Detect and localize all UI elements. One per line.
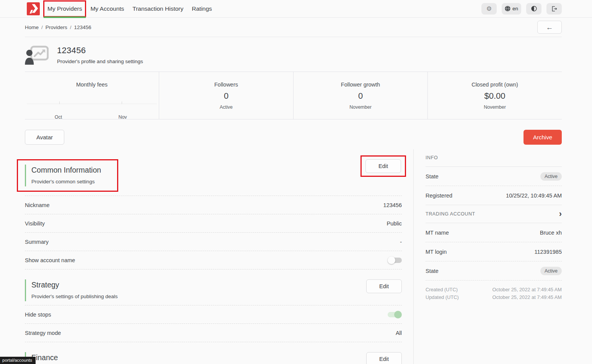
section-title: Common Information: [31, 166, 101, 175]
section-subtitle: Provider's common settings: [31, 179, 101, 184]
stat-title: Closed profit (own): [428, 82, 562, 88]
field-row-visibility: Visibility Public: [25, 214, 402, 233]
stats-row: Monthly fees Oct Nov Followers 0 Active …: [25, 72, 562, 119]
field-row-summary: Summary -: [25, 233, 402, 251]
created-label: Created (UTC): [426, 286, 458, 294]
stat-follower-growth: Follower growth 0 November: [293, 72, 427, 119]
field-label: Strategy mode: [25, 330, 61, 336]
strategy-rows: Hide stops Strategy mode All: [25, 305, 402, 342]
field-label: Hide stops: [25, 312, 51, 318]
stat-value: $0.00: [428, 91, 562, 101]
field-label: Visibility: [25, 220, 45, 227]
timestamps-block: Created (UTC) October 25, 2022 at 7:49:4…: [426, 286, 562, 301]
logout-icon: [551, 6, 557, 12]
common-information-title-block: Common Information Provider's common set…: [25, 165, 101, 186]
info-value: Bruce xh: [540, 230, 562, 236]
stat-monthly-fees: Monthly fees Oct Nov: [25, 72, 159, 119]
info-value: 112391985: [534, 249, 562, 255]
settings-button[interactable]: ⚙: [481, 3, 497, 15]
finance-header: Finance Edit: [25, 352, 402, 364]
axis-tick: [122, 101, 122, 104]
common-information-rows: Nickname 123456 Visibility Public Summar…: [25, 196, 402, 269]
edit-annotation-box: Edit: [360, 155, 406, 177]
nav-item-label: Ratings: [192, 5, 212, 12]
nav-item-ratings[interactable]: Ratings: [188, 0, 216, 17]
strategy-title-block: Strategy Provider's settings of publishi…: [25, 279, 117, 301]
page-title-block: 123456 Provider's profile and sharing se…: [57, 46, 143, 64]
back-arrow-icon: ←: [546, 24, 553, 31]
field-row-hide-stops: Hide stops: [25, 305, 402, 324]
contrast-icon: [531, 6, 537, 11]
common-information-edit-button[interactable]: Edit: [365, 159, 401, 173]
strategy-header: Strategy Provider's settings of publishi…: [25, 279, 402, 301]
field-row-strategy-mode: Strategy mode All: [25, 324, 402, 342]
body-grid: Common Information Provider's common set…: [25, 149, 562, 364]
info-row-account-state: State Active: [426, 261, 562, 281]
finance-edit-button[interactable]: Edit: [366, 352, 402, 364]
axis-tick-label: Oct: [55, 114, 62, 120]
common-information-header: Common Information Provider's common set…: [25, 159, 402, 192]
field-value: All: [396, 330, 402, 336]
link-status-tooltip: portal/accounts: [0, 357, 36, 364]
chevron-right-icon: ›: [559, 210, 562, 218]
breadcrumb: Home / Providers / 123456: [25, 24, 91, 30]
breadcrumb-home[interactable]: Home: [25, 24, 39, 30]
info-row-registered: Registered 10/25/22, 10:49:45 AM: [426, 186, 562, 205]
nav-item-label: Transaction History: [132, 5, 183, 12]
field-row-show-account-name: Show account name: [25, 251, 402, 269]
hide-stops-toggle[interactable]: [388, 311, 402, 318]
stat-title: Follower growth: [294, 82, 427, 88]
breadcrumb-separator: /: [41, 24, 43, 30]
show-account-name-toggle[interactable]: [388, 256, 402, 264]
info-label: State: [426, 173, 439, 180]
info-row-state: State Active: [426, 167, 562, 186]
axis-tick: [59, 101, 60, 104]
section-title: Strategy: [31, 281, 117, 289]
brand-logo-icon: [27, 2, 40, 15]
stat-value: 0: [294, 91, 427, 101]
stat-caption: November: [294, 104, 427, 110]
nav-item-transaction-history[interactable]: Transaction History: [128, 0, 188, 17]
page-content: Home / Providers / 123456 ← 123456 Provi…: [0, 18, 592, 364]
info-label: MT name: [426, 230, 449, 236]
brand-logo[interactable]: [27, 2, 40, 15]
stat-value: 0: [159, 91, 293, 101]
page-header: 123456 Provider's profile and sharing se…: [25, 37, 562, 72]
info-label: State: [426, 268, 439, 274]
theme-toggle-button[interactable]: [526, 3, 541, 15]
trading-account-header: TRADING ACCOUNT: [426, 211, 475, 217]
info-row-mt-login: MT login 112391985: [426, 242, 562, 261]
language-button[interactable]: en: [502, 3, 521, 15]
field-row-nickname: Nickname 123456: [25, 196, 402, 214]
trading-account-section-toggle[interactable]: TRADING ACCOUNT ›: [426, 205, 562, 223]
updated-value: October 25, 2022 at 7:49:45 AM: [493, 294, 562, 301]
created-value: October 25, 2022 at 7:49:45 AM: [493, 286, 562, 294]
strategy-edit-button[interactable]: Edit: [366, 279, 402, 293]
language-label: en: [512, 6, 518, 11]
status-badge: Active: [540, 172, 562, 181]
archive-button[interactable]: Archive: [524, 130, 562, 145]
page-title: 123456: [57, 46, 143, 55]
common-information-annotation-box: Common Information Provider's common set…: [17, 159, 118, 192]
breadcrumb-separator: /: [70, 24, 72, 30]
main-column: Common Information Provider's common set…: [25, 149, 414, 364]
info-value: 10/25/22, 10:49:45 AM: [506, 193, 562, 199]
main-nav: My Providers My Accounts Transaction His…: [43, 0, 216, 17]
breadcrumb-providers[interactable]: Providers: [46, 24, 67, 30]
stat-followers: Followers 0 Active: [159, 72, 293, 119]
nav-item-my-accounts[interactable]: My Accounts: [86, 0, 128, 17]
app-window: My Providers My Accounts Transaction His…: [0, 0, 592, 364]
avatar-button[interactable]: Avatar: [25, 130, 64, 145]
field-value: 123456: [383, 202, 402, 208]
back-button[interactable]: ←: [537, 21, 562, 34]
stat-caption: November: [428, 104, 562, 110]
globe-icon: [505, 6, 510, 11]
stat-caption: Active: [159, 104, 293, 110]
field-value: -: [400, 239, 402, 245]
nav-item-my-providers[interactable]: My Providers: [43, 0, 86, 17]
top-navigation-bar: My Providers My Accounts Transaction His…: [0, 0, 592, 18]
nav-item-label: My Providers: [47, 5, 82, 12]
field-label: Nickname: [25, 202, 49, 208]
breadcrumb-current: 123456: [74, 24, 91, 30]
logout-button[interactable]: [546, 3, 562, 15]
